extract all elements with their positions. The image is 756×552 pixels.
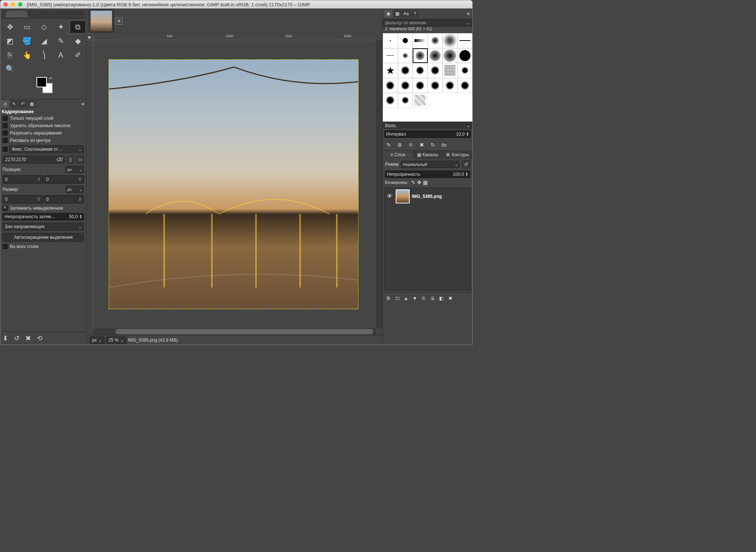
- bucket-fill-tool[interactable]: 🪣: [19, 34, 35, 48]
- brush-filter-input[interactable]: фильтр по меткам⌄: [383, 19, 472, 27]
- layer-thumbnail[interactable]: [396, 189, 410, 203]
- vertical-ruler[interactable]: [87, 40, 93, 328]
- horizontal-ruler[interactable]: 500 1000 1500 2000: [93, 34, 376, 40]
- delete-cropped-checkbox[interactable]: Удалять обрезанные пиксели: [3, 123, 84, 128]
- brush-item[interactable]: [458, 48, 473, 63]
- brush-item[interactable]: [383, 78, 398, 93]
- mode-switch-icon[interactable]: ↺: [462, 160, 470, 168]
- lower-layer-icon[interactable]: ▼: [411, 294, 419, 302]
- guides-select[interactable]: Без направляющих⌄: [3, 223, 84, 231]
- fonts-tab[interactable]: Aa: [402, 10, 410, 17]
- tab-channels[interactable]: ▦ Каналы: [413, 151, 442, 159]
- position-y-input[interactable]: 0▲▼: [44, 175, 84, 184]
- eraser-tool[interactable]: ◆: [70, 34, 86, 48]
- reset-options-icon[interactable]: ⟲: [37, 334, 42, 342]
- images-tab[interactable]: ▦: [28, 100, 36, 108]
- clone-tool[interactable]: ⎘: [2, 48, 18, 62]
- new-layer-icon[interactable]: 🗎: [384, 294, 392, 302]
- tab-layers[interactable]: ≡ Слои: [383, 151, 413, 159]
- layer-list[interactable]: 👁 IMG_5385.png: [384, 188, 471, 291]
- rect-select-tool[interactable]: ▭: [19, 20, 35, 34]
- current-layer-only-checkbox[interactable]: Только текущий слой: [3, 116, 84, 121]
- move-tool[interactable]: ✥: [2, 20, 18, 34]
- text-tool[interactable]: A: [53, 48, 69, 62]
- draw-from-center-checkbox[interactable]: Рисовать из центра: [3, 138, 84, 143]
- zoom-select[interactable]: 25 %⌄: [106, 336, 126, 344]
- refresh-brush-icon[interactable]: ↻: [428, 141, 437, 149]
- brush-item[interactable]: [442, 48, 458, 63]
- autoshrink-button[interactable]: Автосокращение выделения: [3, 233, 84, 242]
- tool-options-tab[interactable]: ⎚: [1, 100, 9, 108]
- transform-tool[interactable]: ◩: [2, 34, 18, 48]
- brush-item[interactable]: [428, 63, 443, 78]
- brush-item[interactable]: [398, 78, 413, 93]
- brush-item[interactable]: [398, 33, 413, 48]
- duplicate-brush-icon[interactable]: ⎘: [406, 141, 415, 149]
- merge-layer-icon[interactable]: ⇊: [428, 294, 437, 302]
- brush-item[interactable]: [383, 93, 398, 108]
- portrait-icon[interactable]: ▯: [66, 156, 74, 164]
- highlight-opacity-slider[interactable]: Непрозрачность затем… 50,0 ▲▼: [3, 213, 84, 220]
- save-options-icon[interactable]: ⬇: [3, 334, 8, 342]
- titlebar[interactable]: [IMG_5385] (импортировано)-1.0 (Цвета RG…: [0, 0, 472, 8]
- fixed-checkbox[interactable]: [3, 147, 8, 152]
- duplicate-layer-icon[interactable]: ⎘: [420, 294, 428, 302]
- brush-item[interactable]: [458, 33, 473, 48]
- size-unit-select[interactable]: px⌄: [66, 186, 84, 193]
- path-tool[interactable]: ⎞: [36, 48, 52, 62]
- brush-item[interactable]: [458, 78, 473, 93]
- window-maximize[interactable]: [18, 2, 22, 7]
- image-tab[interactable]: [89, 10, 114, 32]
- dock-menu-icon[interactable]: ◀: [80, 100, 85, 108]
- brush-item[interactable]: [428, 78, 443, 93]
- canvas-image[interactable]: [109, 59, 358, 309]
- brush-item[interactable]: [413, 93, 428, 108]
- layer-row[interactable]: 👁 IMG_5385.png: [385, 188, 470, 205]
- window-close[interactable]: [3, 2, 8, 7]
- canvas[interactable]: [93, 40, 376, 328]
- delete-brush-icon[interactable]: ✖: [417, 141, 426, 149]
- restore-options-icon[interactable]: ↺: [14, 334, 20, 342]
- landscape-icon[interactable]: ▭: [76, 156, 84, 164]
- brush-item[interactable]: [398, 63, 413, 78]
- brushes-tab[interactable]: ◉: [384, 10, 392, 17]
- pencil-tool[interactable]: ✎: [53, 34, 69, 48]
- zoom-tool[interactable]: 🔍: [2, 62, 18, 76]
- lock-pixels-icon[interactable]: ✎: [411, 179, 416, 185]
- shrink-all-layers-checkbox[interactable]: Во всех слоях: [3, 244, 84, 249]
- help-tab[interactable]: ?: [411, 10, 419, 17]
- brush-item[interactable]: [428, 33, 443, 48]
- close-image-tab[interactable]: ✕: [115, 17, 123, 25]
- delete-layer-icon[interactable]: ✖: [446, 294, 454, 302]
- gradient-tool[interactable]: ◢: [36, 34, 52, 48]
- brush-item[interactable]: [383, 48, 398, 63]
- brushes-dock-menu[interactable]: ◀: [465, 10, 471, 17]
- brush-item[interactable]: [428, 48, 443, 63]
- fg-color-swatch[interactable]: [36, 77, 47, 87]
- patterns-tab[interactable]: ▦: [393, 10, 401, 17]
- layer-visibility-icon[interactable]: 👁: [386, 193, 393, 200]
- brush-item[interactable]: [458, 63, 473, 78]
- free-select-tool[interactable]: ◇: [36, 20, 52, 34]
- size-w-input[interactable]: 0▲▼: [3, 195, 43, 203]
- color-picker-tool[interactable]: ✐: [70, 48, 86, 62]
- new-brush-icon[interactable]: 🗎: [395, 141, 404, 149]
- vertical-scrollbar[interactable]: [376, 40, 382, 328]
- edit-brush-icon[interactable]: ✎: [384, 141, 393, 149]
- brush-item[interactable]: [413, 48, 428, 63]
- brush-item[interactable]: [442, 78, 458, 93]
- horizontal-scrollbar[interactable]: [93, 328, 376, 335]
- color-swatches[interactable]: ⇄: [2, 76, 85, 98]
- brush-item[interactable]: [413, 63, 428, 78]
- brush-spacing-slider[interactable]: Интервал 10,0 ▲▼: [384, 130, 471, 138]
- mask-layer-icon[interactable]: ◧: [437, 294, 445, 302]
- lock-alpha-icon[interactable]: ▦: [423, 179, 428, 185]
- allow-growing-checkbox[interactable]: Разрешить наращивание: [3, 130, 84, 136]
- brush-item[interactable]: [442, 63, 458, 78]
- window-minimize[interactable]: [11, 2, 15, 7]
- brush-item[interactable]: [398, 48, 413, 63]
- layer-name-label[interactable]: IMG_5385.png: [412, 194, 442, 199]
- darken-unselected-checkbox[interactable]: Затемнить невыделенное: [3, 206, 84, 211]
- swap-colors-icon[interactable]: ⇄: [49, 76, 52, 80]
- fuzzy-select-tool[interactable]: ✦: [53, 20, 69, 34]
